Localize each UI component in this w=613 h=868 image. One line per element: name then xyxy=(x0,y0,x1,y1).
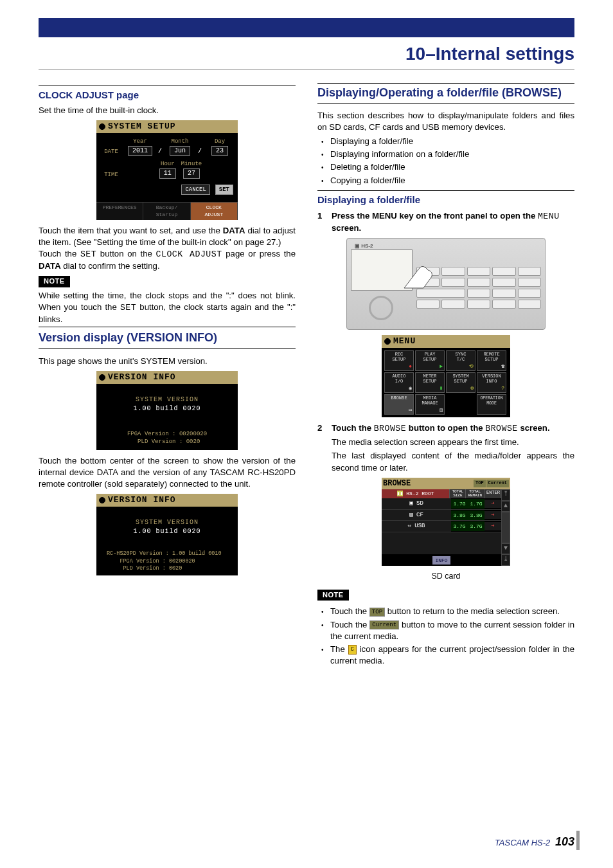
footer-bar xyxy=(576,831,580,850)
heading-browse-major: Displaying/Operating a folder/file (BROW… xyxy=(317,83,574,104)
back-icon xyxy=(99,123,105,130)
clock-intro: Set the time of the built-in clock. xyxy=(39,105,296,116)
chapter-title: 10–Internal settings xyxy=(39,37,574,70)
c-icon: C xyxy=(348,645,357,654)
menu-operation-mode[interactable]: OPERATION MODE xyxy=(477,394,506,415)
cancel-button[interactable]: CANCEL xyxy=(181,185,209,195)
minute-field[interactable]: 27 xyxy=(183,168,200,179)
illustration-device: ▣ HS-2 xyxy=(346,238,546,330)
top-icon: TOP xyxy=(369,608,385,617)
finger-icon xyxy=(401,257,446,289)
menu-browse[interactable]: BROWSE▭ xyxy=(384,394,414,415)
version-para: Touch the bottom center of the screen to… xyxy=(39,455,296,491)
menu-meter-setup[interactable]: METER SETUP▮ xyxy=(415,372,445,393)
clock-note: While setting the time, the clock stops … xyxy=(39,290,296,326)
list-item: Copying a folder/file xyxy=(321,175,574,186)
heading-displaying: Displaying a folder/file xyxy=(317,190,574,207)
heading-version-info: Version display (VERSION INFO) xyxy=(39,327,296,349)
hour-field[interactable]: 11 xyxy=(159,168,176,179)
current-icon: Current xyxy=(369,620,399,629)
menu-media-manage[interactable]: MEDIA MANAGE▤ xyxy=(415,394,445,415)
list-item: Touch the TOP button to return to the me… xyxy=(321,606,574,617)
jog-dial xyxy=(369,296,393,320)
back-icon xyxy=(384,338,391,345)
table-row[interactable]: ▣ SD1.7G1.7G➔ xyxy=(382,498,501,509)
browse-intro: This section describes how to display/ma… xyxy=(317,110,574,133)
version-intro: This page shows the unit's SYSTEM versio… xyxy=(39,356,296,367)
footer: TASCAM HS-2 103 xyxy=(495,835,574,849)
back-icon xyxy=(99,497,105,503)
scrollbar[interactable]: ⤒▲▼⤓ xyxy=(501,489,510,565)
heading-clock-adjust: CLOCK ADJUST page xyxy=(39,86,296,102)
menu-audio-io[interactable]: AUDIO I/O◉ xyxy=(384,372,414,393)
screenshot-version-1: VERSION INFO SYSTEM VERSION 1.00 build 0… xyxy=(96,371,238,449)
caption-sd: SD card xyxy=(317,571,574,582)
tab-backup[interactable]: Backup/ Startup xyxy=(143,203,190,219)
menu-play-setup[interactable]: PLAY SETUP▶ xyxy=(415,350,445,371)
menu-system-setup[interactable]: SYSTEM SETUP⚙ xyxy=(446,372,475,393)
left-column: CLOCK ADJUST page Set the time of the bu… xyxy=(39,82,296,671)
screenshot-browse: BROWSE TOP Current ▮▮ HS-2 ROOT TOTAL SI… xyxy=(382,478,510,566)
step2-sub2: The last displayed content of the media/… xyxy=(332,450,574,473)
table-row[interactable]: ⇔ USB3.7G3.7G➔ xyxy=(382,521,501,532)
list-item: The C icon appears for the current proje… xyxy=(321,644,574,667)
note-label: NOTE xyxy=(317,590,349,601)
note-label: NOTE xyxy=(39,276,70,287)
header-bar xyxy=(39,18,574,37)
set-button[interactable]: SET xyxy=(215,185,233,195)
menu-remote-setup[interactable]: REMOTE SETUP☎ xyxy=(477,350,506,371)
screenshot-menu: MENU REC SETUP● PLAY SETUP▶ SYNC T/C⟲ RE… xyxy=(382,335,510,417)
year-field[interactable]: 2011 xyxy=(128,146,152,156)
screenshot-version-2: VERSION INFO SYSTEM VERSION 1.00 build 0… xyxy=(96,494,238,575)
tab-preferences[interactable]: PREFERENCES xyxy=(96,203,143,219)
list-item: Displaying a folder/file xyxy=(321,136,574,147)
menu-sync-tc[interactable]: SYNC T/C⟲ xyxy=(446,350,475,371)
step-1: 1 Press the MENU key on the front panel … xyxy=(317,210,574,234)
list-item: Displaying information on a folder/file xyxy=(321,149,574,160)
month-field[interactable]: Jun xyxy=(170,146,190,156)
note-list: Touch the TOP button to return to the me… xyxy=(321,606,574,667)
step-2: 2 Touch the BROWSE button to open the BR… xyxy=(317,422,574,435)
table-row[interactable]: ▤ CF3.8G3.8G➔ xyxy=(382,510,501,521)
day-field[interactable]: 23 xyxy=(211,146,228,156)
list-item: Touch the Current button to move to the … xyxy=(321,619,574,642)
clock-para2: Touch the SET button on the CLOCK ADJUST… xyxy=(39,248,296,272)
menu-version-info[interactable]: VERSION INFO? xyxy=(477,372,506,393)
menu-rec-setup[interactable]: REC SETUP● xyxy=(384,350,414,371)
step2-sub1: The media selection screen appears the f… xyxy=(332,437,574,448)
list-item: Deleting a folder/file xyxy=(321,161,574,173)
right-column: Displaying/Operating a folder/file (BROW… xyxy=(317,82,574,671)
tab-clock-adjust[interactable]: CLOCK ADJUST xyxy=(191,203,238,219)
back-icon xyxy=(99,374,105,381)
current-button[interactable]: Current xyxy=(486,480,509,487)
screenshot-system-setup: SYSTEM SETUP DATE Year 2011 / Month Jun xyxy=(96,120,238,220)
clock-para1: Touch the item that you want to set, and… xyxy=(39,225,296,248)
top-button[interactable]: TOP xyxy=(474,480,486,487)
info-button[interactable]: INFO xyxy=(432,556,450,565)
browse-bullet-list: Displaying a folder/file Displaying info… xyxy=(321,136,574,186)
